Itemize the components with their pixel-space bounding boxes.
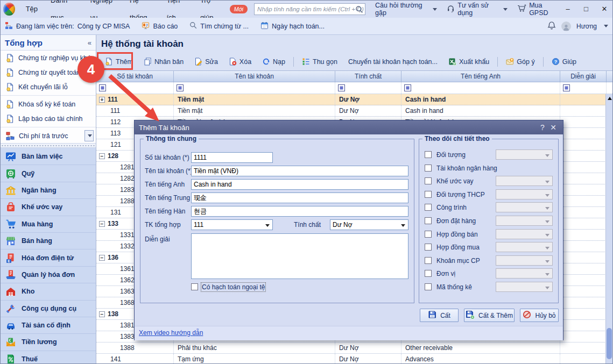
filter-cell[interactable] xyxy=(174,82,335,94)
toolbar-button[interactable]: ?Giúp xyxy=(547,55,581,68)
track-checkbox[interactable] xyxy=(425,204,432,211)
maximize-button[interactable]: □ xyxy=(577,1,595,18)
track-checkbox[interactable] xyxy=(425,283,432,290)
report-button[interactable]: Báo cáo xyxy=(142,22,178,31)
expand-glyph[interactable]: + xyxy=(99,97,105,103)
posting-date-button[interactable]: Ngày hạch toán... xyxy=(260,22,325,31)
account-name-input[interactable] xyxy=(191,166,408,176)
cancel-button[interactable]: Hủy bỏ xyxy=(520,309,559,322)
column-header[interactable]: Diễn giải xyxy=(560,71,607,82)
dialog-close-icon[interactable]: ✕ xyxy=(548,123,559,132)
column-header[interactable]: Tên tài khoản xyxy=(174,71,335,82)
minimize-button[interactable]: – xyxy=(559,1,577,18)
chevron-down-icon xyxy=(545,181,549,183)
vertical-scrollbar[interactable] xyxy=(605,94,612,363)
table-row[interactable]: 141Tạm ứngDư NợAdvances xyxy=(96,354,612,363)
sidebar-module[interactable]: Kho xyxy=(1,283,96,299)
toolbar-button[interactable]: Góp ý xyxy=(502,55,539,68)
search-icon[interactable] xyxy=(355,5,363,15)
dialog-titlebar[interactable]: Thêm Tài khoản ? ✕ xyxy=(135,120,563,134)
sidebar-module[interactable]: Khế ước vay xyxy=(1,198,96,215)
close-button[interactable]: ✕ xyxy=(595,1,613,18)
sidebar-module[interactable]: Quản lý hóa đơn xyxy=(1,266,96,283)
description-textarea[interactable] xyxy=(191,233,408,279)
toolbar-button[interactable]: Xuất khẩu xyxy=(444,55,494,68)
user-menu[interactable]: Hương xyxy=(576,23,597,30)
sidebar-module[interactable]: Ngân hàng xyxy=(1,182,96,198)
expand-glyph[interactable]: − xyxy=(99,153,105,159)
track-checkbox[interactable] xyxy=(425,165,432,172)
scrollbar-thumb[interactable] xyxy=(607,328,612,359)
track-checkbox[interactable] xyxy=(425,177,432,184)
column-header[interactable]: Tên tiếng Anh xyxy=(401,71,560,82)
collapse-sidebar-icon[interactable]: « xyxy=(88,39,91,47)
sidebar-module[interactable]: Mua hàng xyxy=(1,216,96,232)
sidebar-module[interactable]: Quỹ xyxy=(1,165,96,181)
english-name-input[interactable] xyxy=(191,179,408,190)
sidebar-module[interactable]: EHóa đơn điện tử xyxy=(1,249,96,266)
toolbar-button[interactable]: Sửa xyxy=(190,55,222,68)
working-company[interactable]: Đang làm việc trên: Công ty CP MISA xyxy=(5,22,130,31)
find-voucher-button[interactable]: Tìm chứng từ ... xyxy=(189,22,249,31)
sidebar-shortcut[interactable]: Lập báo cáo tài chính xyxy=(1,111,96,126)
faq-menu[interactable]: Câu hỏi thường gặp xyxy=(375,2,437,17)
sidebar-shortcut[interactable]: Chi phí trả trước xyxy=(1,129,96,143)
chevron-down-icon[interactable] xyxy=(604,25,608,27)
consult-menu[interactable]: Tư vấn sử dụng xyxy=(447,2,508,17)
track-checkbox[interactable] xyxy=(425,217,432,224)
buy-gpsd-button[interactable]: Mua GPSD xyxy=(517,2,559,17)
track-checkbox[interactable] xyxy=(425,257,432,264)
korean-name-input[interactable] xyxy=(191,206,408,217)
toolbar-button[interactable]: Thu gọn xyxy=(298,55,342,68)
column-header[interactable]: Tính chất xyxy=(335,71,401,82)
track-checkbox[interactable] xyxy=(425,270,432,277)
track-checkbox[interactable] xyxy=(425,231,432,238)
sidebar-module[interactable]: Thuế xyxy=(1,351,96,364)
expand-glyph[interactable]: − xyxy=(99,221,105,227)
track-checkbox[interactable] xyxy=(425,191,432,198)
table-row[interactable]: 1388Phải thu khácDư NợOther receivable xyxy=(96,342,612,354)
save-and-add-button[interactable]: Cất & Thêm xyxy=(464,309,515,322)
track-checkbox[interactable] xyxy=(425,244,432,251)
expand-glyph[interactable]: − xyxy=(99,311,105,317)
sidebar-module[interactable]: Bàn làm việc xyxy=(1,148,96,165)
sidebar-module[interactable]: Tiền lương xyxy=(1,333,96,350)
menu-item[interactable]: Tệp xyxy=(19,1,44,18)
dropdown-button[interactable] xyxy=(84,130,94,141)
expand-glyph[interactable]: − xyxy=(99,255,105,261)
track-label: Mã thống kê xyxy=(436,283,472,291)
filter-cell[interactable] xyxy=(335,82,401,94)
filter-cell[interactable] xyxy=(560,82,607,94)
sidebar-module[interactable]: Công cụ dụng cụ xyxy=(1,300,96,317)
parent-account-combo[interactable]: 111 xyxy=(191,219,273,230)
toolbar-button[interactable]: Chuyển tài khoản hạch toán... xyxy=(344,56,442,68)
filter-cell[interactable] xyxy=(96,82,174,94)
toolbar-button-label: Góp ý xyxy=(517,58,534,66)
filter-cell[interactable] xyxy=(401,82,560,94)
feature-search[interactable] xyxy=(254,3,365,15)
sidebar-shortcut[interactable]: Kết chuyển lãi lỗ xyxy=(1,80,96,94)
scroll-up-icon[interactable] xyxy=(608,97,612,100)
toolbar-button[interactable]: Nhân bản xyxy=(139,55,188,68)
chinese-name-input[interactable] xyxy=(191,192,408,203)
video-guide-link[interactable]: Xem video hướng dẫn xyxy=(139,329,203,337)
foreign-currency-label[interactable]: Có hạch toán ngoại tệ xyxy=(202,283,265,291)
track-checkbox[interactable] xyxy=(425,151,432,158)
bell-icon[interactable] xyxy=(547,21,556,32)
sidebar-module[interactable]: Tài sản cố định xyxy=(1,317,96,333)
toolbar-button[interactable]: Xóa xyxy=(224,55,256,68)
table-row[interactable]: 111Tiền mặtDư NợCash in hand xyxy=(96,105,612,117)
dialog-help-icon[interactable]: ? xyxy=(537,123,548,132)
sidebar-module[interactable]: Bán hàng xyxy=(1,232,96,249)
sidebar-splitter[interactable] xyxy=(1,143,96,148)
account-number-input[interactable] xyxy=(191,152,273,163)
column-header[interactable]: Số tài khoản xyxy=(96,71,174,82)
foreign-currency-checkbox[interactable] xyxy=(191,283,198,290)
table-row[interactable]: +111Tiền mặtDư NợCash in hand xyxy=(96,94,612,105)
search-input[interactable] xyxy=(257,4,365,14)
avatar[interactable] xyxy=(561,22,571,31)
nature-combo[interactable]: Dư Nợ xyxy=(330,219,408,230)
sidebar-shortcut[interactable]: Khóa sổ kỳ kế toán xyxy=(1,97,96,111)
save-button[interactable]: Cất xyxy=(420,309,459,322)
toolbar-button[interactable]: Nạp xyxy=(258,55,290,68)
